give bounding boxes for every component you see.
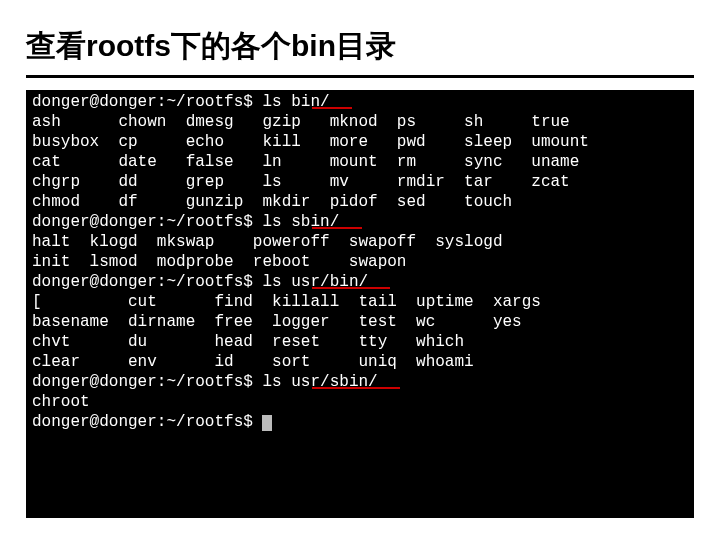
bin-listing: ash chown dmesg gzip mknod ps sh true bu… xyxy=(32,113,589,211)
underline-mark xyxy=(312,387,400,389)
sbin-listing: halt klogd mkswap poweroff swapoff syslo… xyxy=(32,233,502,271)
underline-mark xyxy=(312,107,352,109)
slide-title: 查看rootfs下的各个bin目录 xyxy=(0,0,720,67)
footer-page-number: 89 xyxy=(679,506,690,517)
ls-cmd: ls xyxy=(262,93,281,111)
usrsbin-listing: chroot xyxy=(32,393,90,411)
footer-center: Embedded Operating Systems xyxy=(292,506,428,517)
ls-cmd: ls xyxy=(262,213,281,231)
ls-cmd: ls xyxy=(262,273,281,291)
prompt: donger@donger:~/rootfs$ xyxy=(32,373,253,391)
cursor-icon xyxy=(262,415,272,431)
slide-footer: xlanchen@2007.6.4 Embedded Operating Sys… xyxy=(0,506,720,522)
underline-mark xyxy=(312,227,362,229)
usrbin-listing: [ cut find killall tail uptime xargs bas… xyxy=(32,293,541,371)
prompt: donger@donger:~/rootfs$ xyxy=(32,93,253,111)
ls-cmd: ls xyxy=(262,373,281,391)
underline-mark xyxy=(312,287,390,289)
terminal-output: donger@donger:~/rootfs$ ls bin/ ash chow… xyxy=(26,90,694,518)
footer-left: xlanchen@2007.6.4 xyxy=(30,506,119,517)
prompt: donger@donger:~/rootfs$ xyxy=(32,213,253,231)
prompt: donger@donger:~/rootfs$ xyxy=(32,273,253,291)
prompt: donger@donger:~/rootfs$ xyxy=(32,413,253,431)
title-underline xyxy=(26,75,694,78)
